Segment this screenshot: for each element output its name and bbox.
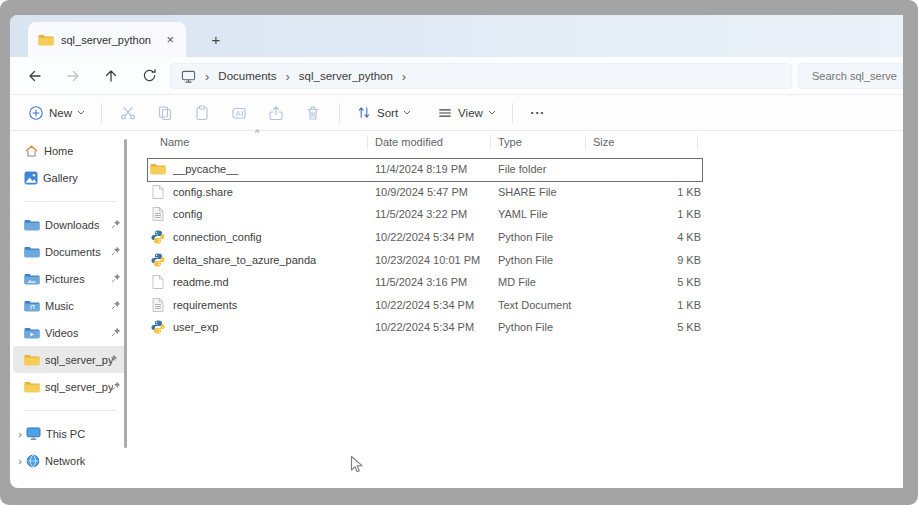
file-icon bbox=[150, 185, 166, 199]
breadcrumb-item-documents[interactable]: Documents bbox=[218, 70, 276, 82]
python-file-icon bbox=[150, 320, 166, 334]
pin-icon bbox=[111, 219, 121, 229]
gallery-icon bbox=[24, 171, 38, 185]
file-row[interactable]: connection_config 10/22/2024 5:34 PM Pyt… bbox=[137, 226, 903, 249]
forward-button[interactable] bbox=[54, 61, 92, 91]
pin-icon bbox=[108, 354, 118, 364]
sidebar-item-this-pc[interactable]: › This PC bbox=[10, 420, 130, 447]
sidebar-item-network[interactable]: › Network bbox=[10, 447, 130, 474]
share-icon bbox=[268, 105, 284, 121]
expand-chevron-icon[interactable]: › bbox=[14, 455, 26, 467]
search-input[interactable] bbox=[799, 64, 903, 88]
view-button[interactable]: View bbox=[431, 102, 502, 124]
new-tab-button[interactable]: + bbox=[203, 26, 229, 52]
chevron-down-icon bbox=[77, 110, 85, 115]
sidebar-item-sql-server-py[interactable]: sql_server_py bbox=[10, 373, 130, 400]
sidebar-divider bbox=[10, 400, 130, 420]
tab-close-icon[interactable]: × bbox=[162, 33, 178, 46]
sort-arrows-icon bbox=[356, 105, 372, 120]
file-row[interactable]: delta_share_to_azure_panda 10/23/2024 10… bbox=[137, 248, 903, 271]
paste-button[interactable] bbox=[194, 105, 210, 121]
forward-arrow-icon bbox=[65, 68, 81, 84]
folder-icon bbox=[24, 273, 40, 285]
delete-button[interactable] bbox=[305, 105, 321, 121]
column-header-name[interactable]: Name bbox=[160, 136, 189, 148]
view-button-label: View bbox=[458, 107, 483, 119]
rename-icon: A bbox=[231, 105, 247, 121]
sidebar-item-pictures[interactable]: Pictures bbox=[10, 265, 130, 292]
command-toolbar: New A Sort bbox=[10, 95, 903, 131]
plus-circle-icon bbox=[28, 105, 44, 121]
chevron-right-icon: › bbox=[205, 70, 209, 83]
tab-bar: sql_server_python × + bbox=[10, 15, 903, 57]
column-divider[interactable] bbox=[367, 135, 368, 150]
column-header-date-modified[interactable]: Date modified bbox=[375, 136, 443, 148]
python-file-icon bbox=[150, 253, 166, 267]
file-row[interactable]: __pycache__ 11/4/2024 8:19 PM File folde… bbox=[137, 158, 903, 181]
sidebar-item-videos[interactable]: Videos bbox=[10, 319, 130, 346]
sidebar-item-documents[interactable]: Documents bbox=[10, 238, 130, 265]
back-arrow-icon bbox=[27, 68, 43, 84]
sidebar-item-home[interactable]: Home bbox=[10, 137, 130, 164]
share-button[interactable] bbox=[268, 105, 284, 121]
sidebar-divider bbox=[10, 191, 130, 211]
scissors-icon bbox=[120, 105, 136, 121]
sort-button[interactable]: Sort bbox=[350, 101, 417, 124]
trash-icon bbox=[305, 105, 321, 121]
file-row[interactable]: user_exp 10/22/2024 5:34 PM Python File … bbox=[137, 316, 903, 339]
folder-icon bbox=[24, 354, 40, 366]
file-list: ^ Name Date modified Type Size __pycache… bbox=[137, 131, 903, 488]
sidebar-scrollbar[interactable] bbox=[124, 139, 127, 448]
back-button[interactable] bbox=[16, 61, 54, 91]
new-button[interactable]: New bbox=[22, 101, 91, 125]
folder-icon bbox=[24, 327, 40, 339]
column-header-type[interactable]: Type bbox=[498, 136, 522, 148]
sidebar: Home Gallery Downloads Documents bbox=[10, 131, 130, 488]
column-divider[interactable] bbox=[697, 135, 698, 150]
toolbar-divider bbox=[101, 103, 102, 123]
file-icon bbox=[150, 275, 166, 289]
new-button-label: New bbox=[49, 107, 72, 119]
svg-text:A: A bbox=[236, 109, 241, 118]
file-row[interactable]: config.share 10/9/2024 5:47 PM SHARE Fil… bbox=[137, 181, 903, 204]
sidebar-item-sql-server-py-selected[interactable]: sql_server_py bbox=[13, 346, 127, 373]
refresh-button[interactable] bbox=[130, 61, 168, 91]
column-divider[interactable] bbox=[585, 135, 586, 150]
copy-icon bbox=[157, 105, 173, 121]
explorer-tab[interactable]: sql_server_python × bbox=[28, 22, 186, 57]
folder-icon bbox=[24, 381, 40, 393]
sidebar-item-gallery[interactable]: Gallery bbox=[10, 164, 130, 191]
see-more-button[interactable]: ••• bbox=[523, 104, 553, 121]
search-box bbox=[798, 63, 903, 89]
file-row[interactable]: readme.md 11/5/2024 3:16 PM MD File 5 KB bbox=[137, 271, 903, 294]
refresh-icon bbox=[142, 68, 157, 83]
python-file-icon bbox=[150, 230, 166, 244]
sidebar-item-music[interactable]: Music bbox=[10, 292, 130, 319]
toolbar-divider bbox=[339, 103, 340, 123]
pin-icon bbox=[111, 273, 121, 283]
breadcrumb: › Documents › sql_server_python › bbox=[170, 63, 792, 89]
view-list-icon bbox=[437, 106, 453, 120]
breadcrumb-item-current-folder[interactable]: sql_server_python bbox=[299, 70, 393, 82]
up-arrow-icon bbox=[103, 68, 119, 84]
expand-chevron-icon[interactable]: › bbox=[14, 428, 26, 440]
chevron-right-icon: › bbox=[402, 70, 406, 83]
column-header-size[interactable]: Size bbox=[593, 136, 614, 148]
folder-icon bbox=[24, 300, 40, 312]
sidebar-item-downloads[interactable]: Downloads bbox=[10, 211, 130, 238]
chevron-right-icon: › bbox=[286, 70, 290, 83]
column-headers: ^ Name Date modified Type Size bbox=[137, 131, 903, 155]
file-row[interactable]: requirements 10/22/2024 5:34 PM Text Doc… bbox=[137, 294, 903, 317]
file-row[interactable]: config 11/5/2024 3:22 PM YAML File 1 KB bbox=[137, 203, 903, 226]
column-divider[interactable] bbox=[490, 135, 491, 150]
cut-button[interactable] bbox=[120, 105, 136, 121]
folder-icon bbox=[150, 163, 166, 175]
folder-icon bbox=[24, 219, 40, 231]
this-pc-icon[interactable] bbox=[181, 70, 196, 83]
up-button[interactable] bbox=[92, 61, 130, 91]
copy-button[interactable] bbox=[157, 105, 173, 121]
home-icon bbox=[24, 144, 39, 158]
chevron-down-icon bbox=[488, 110, 496, 115]
chevron-down-icon bbox=[403, 110, 411, 115]
rename-button[interactable]: A bbox=[231, 105, 247, 121]
